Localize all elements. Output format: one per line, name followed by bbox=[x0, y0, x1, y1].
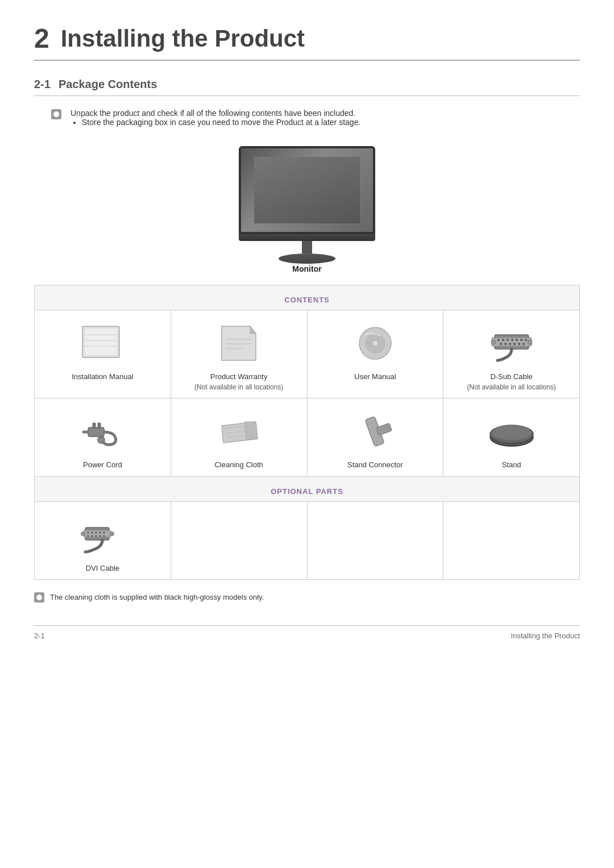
footer-left: 2-1 bbox=[34, 632, 45, 640]
svg-point-48 bbox=[96, 531, 97, 533]
item-cleaning-cloth: Cleaning Cloth bbox=[171, 398, 307, 476]
svg-point-12 bbox=[372, 340, 378, 346]
user-manual-icon bbox=[313, 321, 438, 366]
svg-rect-32 bbox=[98, 423, 101, 429]
stand-icon bbox=[449, 409, 574, 454]
svg-point-56 bbox=[81, 531, 85, 535]
bullet-text-2: Store the packaging box in case you need… bbox=[82, 118, 360, 127]
item-dsub-cable: D-Sub Cable (Not available in all locati… bbox=[443, 310, 580, 398]
page-footer: 2-1 Installing the Product bbox=[34, 625, 580, 640]
bottom-note: The cleaning cloth is supplied with blac… bbox=[34, 592, 580, 603]
note-icon-1 bbox=[51, 109, 66, 119]
monitor-label: Monitor bbox=[292, 264, 321, 273]
svg-point-18 bbox=[511, 339, 513, 341]
bullet-text-1: Unpack the product and check if all of t… bbox=[70, 109, 355, 118]
stand-label: Stand bbox=[449, 460, 574, 470]
svg-point-43 bbox=[492, 425, 532, 440]
product-warranty-label: Product Warranty (Not available in all l… bbox=[177, 372, 301, 392]
item-power-cord: Power Cord bbox=[35, 398, 171, 476]
section-number: 2-1 bbox=[34, 78, 51, 91]
optional-empty-3 bbox=[443, 501, 580, 579]
dsub-cable-icon bbox=[449, 321, 574, 366]
svg-point-19 bbox=[516, 339, 518, 341]
svg-point-28 bbox=[491, 340, 496, 344]
optional-header-row: OPTIONAL PARTS bbox=[35, 476, 580, 501]
svg-point-55 bbox=[103, 535, 105, 537]
dvi-cable-icon bbox=[40, 512, 165, 558]
svg-rect-30 bbox=[88, 427, 104, 437]
svg-point-50 bbox=[103, 531, 105, 533]
monitor-bezel bbox=[239, 234, 375, 241]
dsub-cable-label: D-Sub Cable (Not available in all locati… bbox=[449, 372, 574, 392]
section-heading: 2-1 Package Contents bbox=[34, 78, 580, 96]
cleaning-cloth-icon bbox=[177, 409, 301, 454]
note-text: The cleaning cloth is supplied with blac… bbox=[50, 593, 264, 601]
item-stand: Stand bbox=[443, 398, 580, 476]
contents-header: CONTENTS bbox=[35, 285, 580, 310]
svg-point-26 bbox=[518, 343, 520, 345]
chapter-title: Installing the Product bbox=[61, 25, 305, 52]
item-stand-connector: Stand Connector bbox=[307, 398, 443, 476]
svg-point-25 bbox=[513, 343, 516, 345]
svg-point-17 bbox=[507, 339, 509, 341]
section-title: Package Contents bbox=[59, 78, 157, 91]
table-row: Installation Manual Product Warranty bbox=[35, 310, 580, 398]
monitor-neck bbox=[302, 241, 312, 254]
power-cord-icon bbox=[40, 409, 165, 454]
stand-connector-label: Stand Connector bbox=[313, 460, 438, 470]
contents-table: CONTENTS Installation Manual bbox=[34, 285, 580, 580]
svg-point-53 bbox=[96, 535, 97, 537]
product-warranty-icon bbox=[177, 321, 301, 366]
bullet-item-1: Unpack the product and check if all of t… bbox=[51, 109, 580, 129]
chapter-number: 2 bbox=[34, 23, 49, 54]
monitor-screen bbox=[239, 146, 375, 234]
installation-manual-label: Installation Manual bbox=[40, 372, 165, 382]
footer-right: Installing the Product bbox=[511, 632, 580, 640]
monitor-base bbox=[279, 254, 335, 264]
power-cord-label: Power Cord bbox=[40, 460, 165, 470]
svg-point-15 bbox=[497, 339, 500, 341]
svg-point-52 bbox=[92, 535, 93, 537]
installation-manual-icon bbox=[40, 321, 165, 366]
svg-point-54 bbox=[99, 535, 101, 537]
note-icon-bottom bbox=[34, 592, 44, 603]
svg-rect-40 bbox=[376, 423, 392, 436]
monitor-image bbox=[227, 146, 387, 260]
svg-point-21 bbox=[525, 339, 527, 341]
svg-point-51 bbox=[88, 535, 89, 537]
svg-point-46 bbox=[88, 531, 89, 533]
item-installation-manual: Installation Manual bbox=[35, 310, 171, 398]
svg-marker-6 bbox=[250, 326, 256, 334]
svg-point-22 bbox=[500, 343, 502, 345]
svg-point-49 bbox=[99, 531, 101, 533]
item-dvi-cable: DVI Cable bbox=[35, 501, 171, 579]
svg-rect-1 bbox=[85, 329, 117, 355]
optional-header: OPTIONAL PARTS bbox=[35, 476, 580, 501]
user-manual-label: User Manual bbox=[313, 372, 438, 382]
svg-point-27 bbox=[522, 343, 525, 345]
svg-point-47 bbox=[92, 531, 93, 533]
svg-point-16 bbox=[502, 339, 504, 341]
page-header: 2 Installing the Product bbox=[34, 23, 580, 61]
table-row: DVI Cable bbox=[35, 501, 580, 579]
dvi-cable-label: DVI Cable bbox=[40, 563, 165, 574]
bullet-list: Unpack the product and check if all of t… bbox=[51, 109, 580, 129]
table-row: Power Cord Cleaning Cloth bbox=[35, 398, 580, 476]
svg-rect-31 bbox=[93, 423, 96, 429]
item-user-manual: User Manual bbox=[307, 310, 443, 398]
optional-empty-1 bbox=[171, 501, 307, 579]
stand-connector-icon bbox=[313, 409, 438, 454]
svg-point-57 bbox=[110, 531, 114, 535]
svg-point-20 bbox=[520, 339, 522, 341]
item-product-warranty: Product Warranty (Not available in all l… bbox=[171, 310, 307, 398]
svg-point-24 bbox=[509, 343, 511, 345]
cleaning-cloth-label: Cleaning Cloth bbox=[177, 460, 301, 470]
svg-point-29 bbox=[528, 340, 532, 344]
optional-empty-2 bbox=[307, 501, 443, 579]
svg-point-33 bbox=[98, 437, 105, 443]
svg-point-23 bbox=[504, 343, 507, 345]
monitor-section: Monitor bbox=[34, 146, 580, 273]
